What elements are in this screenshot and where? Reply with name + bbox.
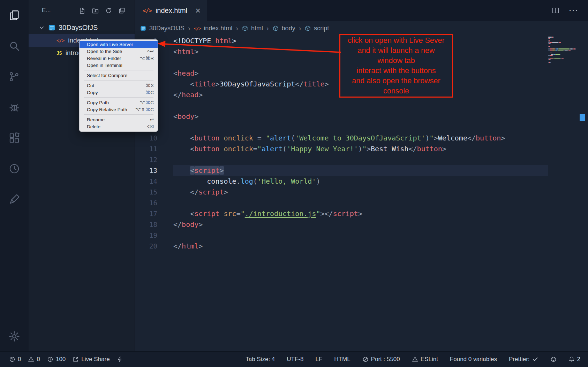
annotation-box: click on open with Live Severand it will… bbox=[339, 34, 453, 98]
cube-icon bbox=[242, 25, 248, 32]
status-variables-found[interactable]: Found 0 variables bbox=[450, 356, 497, 363]
status-eol[interactable]: LF bbox=[315, 356, 322, 363]
menu-item-select-for-compare[interactable]: Select for Compare bbox=[80, 72, 158, 79]
breadcrumb-label: script bbox=[314, 25, 329, 32]
status-eslint[interactable]: ESLint bbox=[412, 356, 438, 363]
breadcrumb-label: html bbox=[251, 25, 263, 32]
code-line-10: <button onclick = "alert('Welcome to 30D… bbox=[173, 133, 548, 144]
activity-item-search[interactable] bbox=[8, 39, 21, 53]
status-label: 2 bbox=[577, 356, 580, 363]
status-feedback-smiley[interactable] bbox=[550, 356, 557, 362]
status-label: Prettier: bbox=[509, 356, 530, 363]
breadcrumb-30DaysOfJS[interactable]: 30DaysOfJS bbox=[140, 25, 184, 32]
status-encoding[interactable]: UTF-8 bbox=[287, 356, 303, 363]
tab-index-html[interactable]: </> index.html × bbox=[135, 0, 207, 21]
search-icon bbox=[8, 40, 20, 52]
activity-item-extensions[interactable] bbox=[8, 131, 21, 145]
more-actions-icon[interactable]: ⋯ bbox=[568, 6, 578, 15]
annotation-line: click on open with Live Sever bbox=[348, 36, 444, 46]
activity-bar-bottom bbox=[8, 330, 21, 351]
vscode-window: E... 30DaysOfJS </>index.htmlJSintroduct… bbox=[0, 0, 588, 367]
annotation-line: window tab bbox=[377, 56, 415, 66]
menu-item-copy-relative-path[interactable]: Copy Relative Path⌥⇧⌘C bbox=[80, 106, 158, 113]
new-file-icon[interactable] bbox=[78, 7, 86, 14]
menu-item-copy[interactable]: Copy⌘C bbox=[80, 89, 158, 96]
collapse-all-icon[interactable] bbox=[118, 7, 126, 14]
status-bar: 00100Live Share Tab Size: 4UTF-8LFHTMLPo… bbox=[0, 351, 588, 367]
new-folder-icon[interactable] bbox=[92, 7, 99, 14]
status-warnings[interactable]: 0 bbox=[28, 356, 40, 363]
status-live-server-port[interactable]: Port : 5500 bbox=[362, 356, 400, 363]
activity-bar bbox=[0, 0, 29, 351]
edit-icon bbox=[8, 193, 20, 205]
activity-item-feedback[interactable] bbox=[8, 193, 21, 206]
extensions-icon bbox=[8, 132, 20, 144]
line-number: 13 bbox=[135, 165, 157, 176]
line-number: 10 bbox=[135, 133, 157, 144]
line-number: 18 bbox=[135, 219, 157, 230]
status-errors[interactable]: 0 bbox=[9, 356, 21, 363]
cube-icon bbox=[304, 25, 311, 32]
menu-separator bbox=[84, 114, 153, 115]
smiley-icon bbox=[550, 356, 557, 362]
activity-item-source-control[interactable] bbox=[8, 70, 21, 83]
breadcrumb-separator: › bbox=[266, 24, 270, 32]
menu-item-copy-path[interactable]: Copy Path⌥⌘C bbox=[80, 99, 158, 106]
split-editor-icon[interactable] bbox=[552, 7, 559, 14]
html-file-icon: </> bbox=[194, 26, 201, 31]
status-prettier[interactable]: Prettier: bbox=[509, 356, 538, 363]
context-menu: Open with Live ServerOpen to the Side^↩R… bbox=[79, 39, 158, 132]
refresh-icon[interactable] bbox=[105, 7, 112, 14]
status-notifications[interactable]: 2 bbox=[568, 356, 580, 363]
minimap[interactable] bbox=[548, 37, 580, 63]
status-live-share[interactable]: Live Share bbox=[73, 356, 110, 363]
activity-bar-top bbox=[8, 9, 21, 206]
activity-item-timeline[interactable] bbox=[8, 162, 21, 175]
code-line-17: <script src="./introduction.js"></script… bbox=[173, 208, 548, 219]
menu-item-open-in-terminal[interactable]: Open in Terminal bbox=[80, 62, 158, 69]
chevron-down-icon bbox=[38, 24, 45, 31]
code-line-8: <body> bbox=[173, 111, 548, 122]
menu-item-open-with-live-server[interactable]: Open with Live Server bbox=[80, 41, 158, 48]
status-info[interactable]: 100 bbox=[47, 356, 66, 363]
activity-item-settings[interactable] bbox=[8, 330, 21, 343]
status-bar-left: 00100Live Share bbox=[9, 356, 123, 363]
breadcrumb-html[interactable]: html bbox=[242, 25, 263, 32]
line-number: 20 bbox=[135, 241, 157, 252]
breadcrumb-script[interactable]: script bbox=[304, 25, 329, 32]
breadcrumb-separator: › bbox=[187, 24, 191, 32]
status-bolt[interactable] bbox=[117, 356, 123, 362]
menu-item-reveal-in-finder[interactable]: Reveal in Finder⌥⌘R bbox=[80, 55, 158, 62]
tab-label: index.html bbox=[156, 7, 187, 15]
annotation-line: and it will launch a new bbox=[357, 46, 435, 56]
code-line-14: console.log('Hello, World') bbox=[173, 176, 548, 187]
code-line-9 bbox=[173, 122, 548, 133]
menu-separator bbox=[84, 80, 153, 81]
breadcrumb-body[interactable]: body bbox=[272, 25, 295, 32]
status-label: Found 0 variables bbox=[450, 356, 497, 363]
menu-item-cut[interactable]: Cut⌘X bbox=[80, 82, 158, 89]
line-number: 16 bbox=[135, 198, 157, 208]
tab-close-icon[interactable]: × bbox=[195, 6, 201, 15]
menu-separator bbox=[84, 70, 153, 70]
menu-item-rename[interactable]: Rename↩ bbox=[80, 116, 158, 123]
bolt-icon bbox=[117, 356, 123, 362]
tree-item-root-folder[interactable]: 30DaysOfJS bbox=[29, 21, 135, 34]
breadcrumb-index.html[interactable]: </>index.html bbox=[194, 25, 233, 32]
warning-icon bbox=[412, 356, 418, 362]
activity-item-run-and-debug[interactable] bbox=[8, 101, 21, 114]
annotation-line: and also open the browser bbox=[352, 76, 440, 86]
info-icon bbox=[47, 356, 53, 362]
menu-item-delete[interactable]: Delete⌫ bbox=[80, 123, 158, 130]
status-label: Live Share bbox=[81, 356, 110, 363]
status-language-mode[interactable]: HTML bbox=[334, 356, 350, 363]
liveshare-icon bbox=[73, 356, 79, 362]
breadcrumb-separator: › bbox=[235, 24, 239, 32]
status-tab-size[interactable]: Tab Size: 4 bbox=[246, 356, 275, 363]
activity-item-explorer[interactable] bbox=[8, 9, 21, 22]
clock-icon bbox=[8, 163, 20, 175]
menu-item-open-to-the-side[interactable]: Open to the Side^↩ bbox=[80, 48, 158, 55]
code-line-12 bbox=[173, 154, 548, 165]
status-label: HTML bbox=[334, 356, 350, 363]
code-line-18: </body> bbox=[173, 219, 548, 230]
